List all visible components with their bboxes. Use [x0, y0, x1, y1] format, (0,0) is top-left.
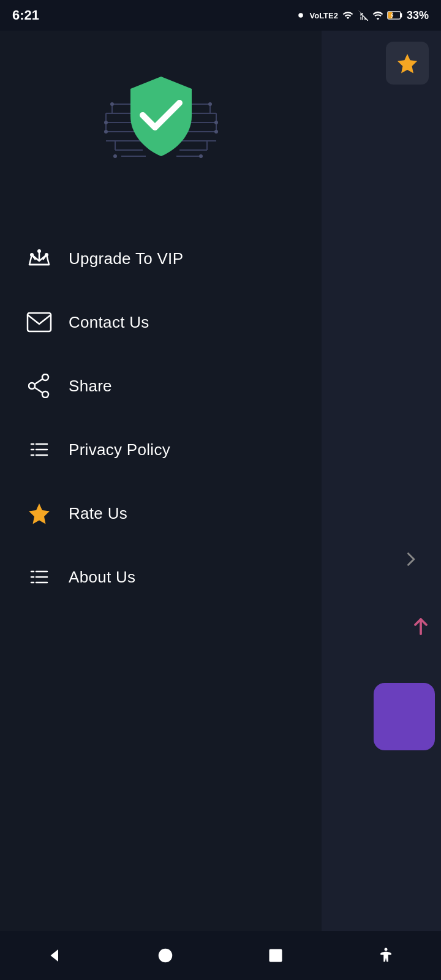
recents-icon [267, 947, 284, 964]
bottom-nav [0, 931, 441, 980]
svg-point-62 [385, 948, 388, 951]
logo-area [0, 31, 322, 221]
signal-icon [358, 10, 369, 21]
svg-marker-59 [51, 949, 59, 962]
svg-point-41 [42, 391, 48, 398]
menu-item-rate-us[interactable]: Rate Us [0, 481, 322, 545]
list-icon-about [24, 562, 54, 592]
menu-label-share: Share [69, 377, 112, 396]
menu-list: Upgrade To VIP Contact Us [0, 221, 322, 931]
svg-point-0 [298, 13, 303, 18]
menu-label-privacy-policy: Privacy Policy [69, 440, 170, 459]
status-time: 6:21 [12, 7, 39, 23]
svg-point-39 [42, 374, 48, 380]
menu-item-privacy-policy[interactable]: Privacy Policy [0, 418, 322, 481]
side-drawer: Upgrade To VIP Contact Us [0, 31, 322, 931]
main-content-bg [322, 31, 441, 931]
list-icon-privacy [24, 435, 54, 464]
menu-label-about-us: About Us [69, 568, 135, 587]
home-icon [156, 946, 175, 965]
svg-point-14 [104, 121, 108, 124]
accessibility-button[interactable] [368, 937, 404, 974]
shield-container [94, 61, 228, 196]
star-button-icon [396, 53, 418, 74]
svg-rect-38 [28, 313, 51, 331]
back-button[interactable] [37, 937, 74, 974]
svg-line-43 [35, 388, 42, 393]
star-favorite-button[interactable] [386, 42, 429, 85]
menu-label-upgrade-vip: Upgrade To VIP [69, 249, 183, 268]
svg-marker-57 [398, 54, 417, 74]
purple-card [374, 683, 435, 750]
svg-point-40 [29, 383, 35, 389]
svg-marker-50 [29, 503, 50, 524]
menu-item-about-us[interactable]: About Us [0, 545, 322, 609]
menu-item-upgrade-vip[interactable]: Upgrade To VIP [0, 227, 322, 290]
svg-rect-61 [270, 949, 282, 962]
svg-rect-2 [401, 13, 402, 18]
svg-point-15 [104, 130, 108, 134]
star-yellow-icon [24, 499, 54, 528]
battery-icon [387, 10, 403, 20]
mail-icon [24, 307, 54, 337]
menu-label-contact-us: Contact Us [69, 313, 149, 332]
crown-icon [24, 244, 54, 273]
recents-button[interactable] [257, 937, 294, 974]
vol-lte-icon: VoLTE2 [310, 11, 338, 20]
right-chevron-button[interactable] [386, 538, 435, 581]
arrow-up-icon [410, 616, 432, 638]
accessibility-icon [377, 946, 395, 965]
svg-line-42 [35, 379, 42, 384]
status-icons: VoLTE2 33% [295, 9, 429, 22]
wifi-icon [342, 10, 354, 21]
shield-icon [124, 74, 198, 159]
svg-point-29 [214, 130, 218, 134]
share-icon [24, 371, 54, 401]
svg-point-60 [159, 949, 173, 963]
svg-point-17 [113, 154, 117, 158]
chevron-right-icon [402, 551, 419, 568]
battery-percent: 33% [407, 9, 429, 22]
svg-point-31 [199, 154, 203, 158]
menu-item-share[interactable]: Share [0, 354, 322, 418]
svg-point-30 [208, 102, 212, 106]
dot-icon [295, 10, 306, 21]
menu-item-contact-us[interactable]: Contact Us [0, 290, 322, 354]
signal2-icon [372, 10, 383, 21]
status-bar: 6:21 VoLTE2 33% [0, 0, 441, 31]
back-icon [46, 946, 64, 965]
home-button[interactable] [147, 937, 184, 974]
svg-point-16 [110, 102, 114, 106]
menu-label-rate-us: Rate Us [69, 504, 127, 523]
up-arrow-button[interactable] [410, 616, 432, 638]
svg-point-28 [214, 121, 218, 124]
